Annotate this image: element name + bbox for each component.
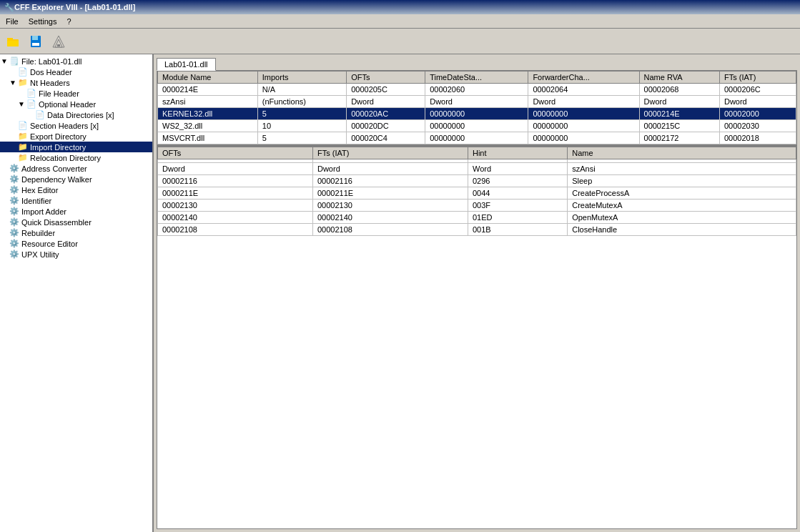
tree-item-2[interactable]: ▼📁Nt Headers xyxy=(0,77,152,88)
tab-0[interactable]: Lab01-01.dll xyxy=(157,58,216,71)
upper-row-1[interactable]: szAnsi(nFunctions)DwordDwordDwordDwordDw… xyxy=(158,96,796,108)
tool-icon: ⚙️ xyxy=(9,250,19,259)
upper-row-2[interactable]: KERNEL32.dll5000020AC0000000000000000000… xyxy=(158,108,796,120)
doc-icon: 📄 xyxy=(26,89,36,98)
menu-help[interactable]: ? xyxy=(64,16,74,26)
svg-rect-2 xyxy=(7,41,19,46)
upper-cell-0-0: 0000214E xyxy=(158,84,258,96)
lower-row-1[interactable]: DwordDwordWordszAnsi xyxy=(158,163,796,175)
upper-cell-4-4: 00000000 xyxy=(528,132,639,144)
upper-row-3[interactable]: WS2_32.dll10000020DC00000000000000000000… xyxy=(158,120,796,132)
tree-item-8[interactable]: 📁Import Directory xyxy=(0,142,152,152)
tree-label-17: Resource Editor xyxy=(21,240,78,248)
tree-item-5[interactable]: 📄Data Directories [x] xyxy=(0,109,152,120)
lower-cell-5-0: 00002140 xyxy=(158,212,313,224)
tree-item-1[interactable]: 📄Dos Header xyxy=(0,66,152,77)
tree-item-15[interactable]: ⚙️Quick Disassembler xyxy=(0,217,152,227)
upper-row-0[interactable]: 0000214EN/A0000205C000020600000206400002… xyxy=(158,84,796,96)
tree-item-17[interactable]: ⚙️Resource Editor xyxy=(0,238,152,249)
upper-col-1: Imports xyxy=(257,72,346,84)
upper-row-4[interactable]: MSVCRT.dll5000020C4000000000000000000002… xyxy=(158,132,796,144)
lower-row-6[interactable]: 0000210800002108001BCloseHandle xyxy=(158,224,796,236)
open-button[interactable] xyxy=(3,31,23,51)
tree-item-3[interactable]: 📄File Header xyxy=(0,88,152,99)
upper-col-0: Module Name xyxy=(158,72,258,84)
upper-col-4: ForwarderCha... xyxy=(528,72,639,84)
tree-label-15: Quick Disassembler xyxy=(21,218,92,227)
lower-cell-3-0: 0000211E xyxy=(158,187,313,200)
imports-detail-table: OFTsFTs (IAT)HintName DwordDwordWordszAn… xyxy=(157,147,796,236)
upper-col-5: Name RVA xyxy=(639,72,719,84)
svg-rect-5 xyxy=(32,43,39,46)
upper-cell-4-6: 00002018 xyxy=(719,132,796,144)
lower-cell-5-1: 00002140 xyxy=(312,212,468,224)
lower-col-0: OFTs xyxy=(158,147,313,159)
tree-item-10[interactable]: ⚙️Address Converter xyxy=(0,163,152,174)
upper-cell-2-3: 00000000 xyxy=(425,108,528,120)
upper-cell-3-4: 00000000 xyxy=(528,120,639,132)
upper-cell-2-4: 00000000 xyxy=(528,108,639,120)
lower-row-2[interactable]: 00002116000021160296Sleep xyxy=(158,175,796,187)
folder-icon: 📁 xyxy=(18,78,28,87)
lower-col-2: Hint xyxy=(468,147,567,159)
lower-cell-4-2: 003F xyxy=(468,200,567,212)
doc-icon: 📄 xyxy=(26,99,36,109)
lower-cell-4-1: 00002130 xyxy=(312,200,468,212)
tree-item-9[interactable]: 📁Relocation Directory xyxy=(0,152,152,163)
tree-label-10: Address Converter xyxy=(21,164,87,173)
toolbar xyxy=(0,29,800,54)
lower-cell-6-3: CloseHandle xyxy=(568,224,796,236)
tree-label-12: Hex Editor xyxy=(21,186,58,194)
doc-icon: 📄 xyxy=(35,110,45,119)
main-layout: ▼🗒️File: Lab01-01.dll📄Dos Header▼📁Nt Hea… xyxy=(0,54,800,532)
lower-cell-6-0: 00002108 xyxy=(158,224,313,236)
tree-label-6: Section Headers [x] xyxy=(30,122,99,130)
upper-cell-1-2: Dword xyxy=(347,96,425,108)
menu-bar: File Settings ? xyxy=(0,14,800,29)
menu-settings[interactable]: Settings xyxy=(26,16,60,26)
tool-icon: ⚙️ xyxy=(9,217,19,227)
lower-row-3[interactable]: 0000211E0000211E0044CreateProcessA xyxy=(158,187,796,200)
lower-row-5[interactable]: 000021400000214001EDOpenMutexA xyxy=(158,212,796,224)
import-directory-table: Module NameImportsOFTsTimeDateSta...Forw… xyxy=(157,71,796,144)
save-button[interactable] xyxy=(26,31,46,51)
upper-cell-2-6: 00002000 xyxy=(719,108,796,120)
tool-icon: ⚙️ xyxy=(9,228,19,237)
upper-cell-1-4: Dword xyxy=(528,96,639,108)
upper-cell-4-3: 00000000 xyxy=(425,132,528,144)
upper-cell-0-6: 0000206C xyxy=(719,84,796,96)
tree-item-4[interactable]: ▼📄Optional Header xyxy=(0,99,152,109)
tree-item-0[interactable]: ▼🗒️File: Lab01-01.dll xyxy=(0,56,152,66)
tree-item-12[interactable]: ⚙️Hex Editor xyxy=(0,184,152,195)
lower-row-4[interactable]: 0000213000002130003FCreateMutexA xyxy=(158,200,796,212)
upper-cell-3-3: 00000000 xyxy=(425,120,528,132)
upper-cell-0-2: 0000205C xyxy=(347,84,425,96)
lower-cell-1-1: Dword xyxy=(312,163,468,175)
upper-cell-4-1: 5 xyxy=(257,132,346,144)
tree-label-18: UPX Utility xyxy=(21,250,59,259)
upper-cell-2-2: 000020AC xyxy=(347,108,425,120)
lower-cell-3-1: 0000211E xyxy=(312,187,468,200)
lower-table-container: OFTsFTs (IAT)HintName DwordDwordWordszAn… xyxy=(157,147,796,528)
tree-label-5: Data Directories [x] xyxy=(47,111,114,119)
tree-item-16[interactable]: ⚙️Rebuilder xyxy=(0,227,152,238)
tree-item-7[interactable]: 📁Export Directory xyxy=(0,131,152,142)
lower-cell-4-3: CreateMutexA xyxy=(568,200,796,212)
tree-item-13[interactable]: ⚙️Identifier xyxy=(0,195,152,206)
tree-label-14: Import Adder xyxy=(21,207,66,216)
doc-icon: 📄 xyxy=(18,121,28,130)
upper-col-2: OFTs xyxy=(347,72,425,84)
about-button[interactable] xyxy=(49,31,69,51)
tree-item-6[interactable]: 📄Section Headers [x] xyxy=(0,120,152,131)
tree-expand-4: ▼ xyxy=(17,100,26,108)
tool-icon: ⚙️ xyxy=(9,174,19,184)
lower-col-1: FTs (IAT) xyxy=(312,147,468,159)
tool-icon: ⚙️ xyxy=(9,239,19,248)
tree-item-11[interactable]: ⚙️Dependency Walker xyxy=(0,174,152,184)
menu-file[interactable]: File xyxy=(3,16,21,26)
lower-cell-2-1: 00002116 xyxy=(312,175,468,187)
tree-label-16: Rebuilder xyxy=(21,229,55,237)
tree-item-18[interactable]: ⚙️UPX Utility xyxy=(0,249,152,260)
tree-item-14[interactable]: ⚙️Import Adder xyxy=(0,206,152,217)
upper-cell-3-5: 0000215C xyxy=(639,120,719,132)
